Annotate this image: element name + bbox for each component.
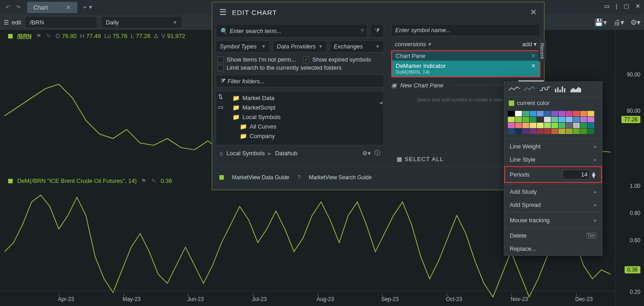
restore-icon[interactable]: ▭ <box>604 3 610 10</box>
symbol-name-input[interactable]: Enter symbol name... <box>391 24 540 36</box>
palette-color[interactable] <box>580 129 587 134</box>
palette-color[interactable] <box>551 117 558 122</box>
expand-all-icon[interactable]: ⇅ <box>218 93 231 100</box>
palette-color[interactable] <box>587 117 594 122</box>
folder-tree[interactable]: ⇅ ▭ 📁Market Data 📁MarketScript 📁Local Sy… <box>216 91 384 145</box>
palette-color[interactable] <box>551 129 558 134</box>
select-all-button[interactable]: ▦ SELECT ALL <box>397 156 444 163</box>
conversions-dropdown[interactable]: conversions ▾ <box>395 41 431 48</box>
palette-color[interactable] <box>566 117 573 122</box>
breadcrumb-item[interactable]: Datahub <box>275 150 297 157</box>
checkbox-limit-folders[interactable]: Limit search to the currently selected f… <box>216 64 384 71</box>
palette-color[interactable] <box>580 111 587 116</box>
save-icon[interactable]: 💾▾ <box>594 18 607 27</box>
symbol-types-dropdown[interactable]: Symbol Types▼ <box>216 40 270 53</box>
palette-color[interactable] <box>515 117 522 122</box>
breadcrumb-item[interactable]: Local Symbols <box>227 150 265 157</box>
add-spread-item[interactable]: Add Spread▸ <box>504 198 602 211</box>
tree-item[interactable]: 📁Local Symbols <box>231 112 382 122</box>
edit-button[interactable]: ☰ edit <box>4 19 21 26</box>
palette-color[interactable] <box>587 129 594 134</box>
data-guide-link[interactable]: MarketView Data Guide <box>232 174 289 181</box>
palette-color[interactable] <box>508 129 515 134</box>
palette-color[interactable] <box>530 123 536 128</box>
palette-color[interactable] <box>530 117 536 122</box>
add-button[interactable]: add ▾ <box>522 41 537 48</box>
tab-close-icon[interactable]: ✕ <box>66 4 71 11</box>
search-guide-link[interactable]: MarketView Search Guide <box>309 174 372 181</box>
symbol-link[interactable]: /BRN <box>17 33 32 39</box>
palette-color[interactable] <box>559 117 565 122</box>
palette-color[interactable] <box>559 129 565 134</box>
symbol-input[interactable]: /BRN <box>25 16 97 28</box>
pencil-icon[interactable]: ✎ <box>151 177 156 184</box>
close-icon[interactable]: ✕ <box>635 3 640 10</box>
item-close-icon[interactable]: ✕ <box>531 62 536 69</box>
delete-item[interactable]: DeleteDel <box>504 229 602 242</box>
palette-color[interactable] <box>566 123 573 128</box>
tree-item[interactable]: 📁All Curves <box>231 122 382 131</box>
flag-icon[interactable]: ⚑ <box>36 33 42 39</box>
palette-color[interactable] <box>551 123 558 128</box>
info-icon[interactable]: ⓘ <box>374 149 380 157</box>
palette-color[interactable] <box>544 123 551 128</box>
palette-color[interactable] <box>587 111 594 116</box>
gear-icon[interactable]: ⚙▾ <box>630 18 640 27</box>
spin-down-icon[interactable]: ▼ <box>591 175 597 178</box>
palette-color[interactable] <box>537 129 544 134</box>
palette-color[interactable] <box>559 123 565 128</box>
palette-color[interactable] <box>566 129 573 134</box>
home-icon[interactable]: ⌂ <box>219 150 223 157</box>
tree-item[interactable]: 📁Company <box>231 131 382 141</box>
tab-add-icon[interactable]: ＋ ▾ <box>82 3 93 11</box>
palette-color[interactable] <box>508 117 515 122</box>
palette-color[interactable] <box>551 111 558 116</box>
tab-chart[interactable]: Chart ✕ <box>27 2 77 13</box>
print-icon[interactable]: 🖨▾ <box>613 18 624 27</box>
area-chart-icon[interactable] <box>568 85 582 94</box>
filter-icon[interactable]: ⧩ <box>370 24 384 38</box>
palette-color[interactable] <box>522 123 529 128</box>
folder-mode-icon[interactable]: ▭ <box>218 104 231 110</box>
palette-color[interactable] <box>508 111 515 116</box>
palette-color[interactable] <box>522 117 529 122</box>
collapse-icon[interactable]: ◂ <box>379 99 383 106</box>
pane-close-icon[interactable]: ✕ <box>531 53 536 59</box>
palette-color[interactable] <box>559 111 565 116</box>
line-weight-item[interactable]: Line Weight▸ <box>504 140 602 153</box>
pane-item-demarker[interactable]: ✕ DeMarker Indicator DeM(/BRN, 14) <box>392 61 540 76</box>
dotted-chart-icon[interactable] <box>522 85 536 94</box>
exchanges-dropdown[interactable]: Exchanges▼ <box>330 40 384 53</box>
palette-color[interactable] <box>544 117 551 122</box>
line-style-item[interactable]: Line Style▸ <box>504 153 602 166</box>
pencil-icon[interactable]: ✎ <box>46 33 51 39</box>
palette-color[interactable] <box>573 111 580 116</box>
bar-chart-icon[interactable] <box>553 85 567 94</box>
replace-item[interactable]: Replace... <box>504 242 602 255</box>
mouse-tracking-item[interactable]: Mouse tracking▸ <box>504 214 602 227</box>
palette-color[interactable] <box>530 111 536 116</box>
interval-dropdown[interactable]: Daily ▼ <box>101 16 182 28</box>
palette-color[interactable] <box>537 123 544 128</box>
palette-color[interactable] <box>537 117 544 122</box>
palette-color[interactable] <box>530 129 536 134</box>
search-input[interactable]: 🔍 Enter search term... ? <box>216 24 368 38</box>
step-chart-icon[interactable] <box>538 85 551 94</box>
dialog-close-icon[interactable]: ✕ <box>530 7 537 17</box>
palette-color[interactable] <box>544 111 551 116</box>
insert-icon[interactable]: ▣ <box>391 82 397 89</box>
tree-item[interactable]: 📁MarketScript <box>231 103 382 112</box>
data-providers-dropdown[interactable]: Data Providers▼ <box>273 40 327 53</box>
palette-color[interactable] <box>580 117 587 122</box>
palette-color[interactable] <box>515 111 522 116</box>
palette-color[interactable] <box>580 123 587 128</box>
checkbox-not-permitted[interactable]: Show items I'm not perm... ✓Show expired… <box>216 56 384 63</box>
palette-color[interactable] <box>508 123 515 128</box>
flag-icon[interactable]: ⚑ <box>141 177 147 184</box>
back-icon[interactable]: ↶ <box>5 4 10 11</box>
forward-icon[interactable]: ↷ <box>16 4 21 11</box>
palette-color[interactable] <box>587 123 594 128</box>
palette-color[interactable] <box>544 129 551 134</box>
palette-color[interactable] <box>573 129 580 134</box>
palette-color[interactable] <box>515 129 522 134</box>
